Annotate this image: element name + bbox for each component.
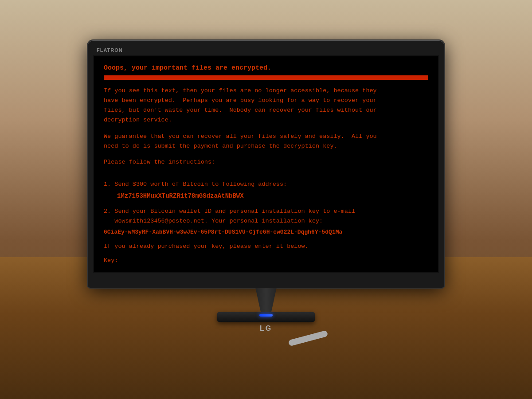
monitor-brand-bottom: LG — [260, 325, 272, 332]
monitor-outer: FLATRON Ooops, your important files are … — [88, 40, 444, 288]
monitor-screen: Ooops, your important files are encrypte… — [93, 55, 439, 273]
monitor-top-bar: FLATRON — [93, 46, 439, 55]
screen-content: Ooops, your important files are encrypte… — [94, 56, 438, 272]
monitor-bottom-bezel — [93, 273, 439, 281]
red-divider-bar — [104, 75, 428, 80]
ransom-title: Ooops, your important files are encrypte… — [104, 64, 428, 72]
footer-line-1: If you already purchased your key, pleas… — [104, 242, 428, 251]
footer-line-2: Key: — [104, 256, 428, 266]
paragraph-1: If you see this text, then your files ar… — [104, 86, 428, 125]
instructions-label: Please follow the instructions: — [104, 157, 428, 167]
monitor-stand-base — [217, 312, 315, 322]
monitor-stand-neck — [248, 288, 284, 312]
bitcoin-address: 1Mz7153HMuxXTuRZR1t78mGSdzaAtNbBWX — [117, 192, 428, 200]
monitor-power-led — [259, 314, 273, 317]
monitor-container: FLATRON Ooops, your important files are … — [88, 40, 444, 332]
step-2-label: 2. Send your Bitcoin wallet ID and perso… — [104, 207, 428, 227]
step-1-label: 1. Send $300 worth of Bitcoin to followi… — [104, 180, 428, 189]
monitor-brand-top: FLATRON — [97, 47, 123, 53]
install-key: 6CiaEy-wM3yRF-XabBVH-w3wJEv-65P8rt-DUS1V… — [104, 229, 428, 235]
paragraph-2: We guarantee that you can recover all yo… — [104, 132, 428, 152]
